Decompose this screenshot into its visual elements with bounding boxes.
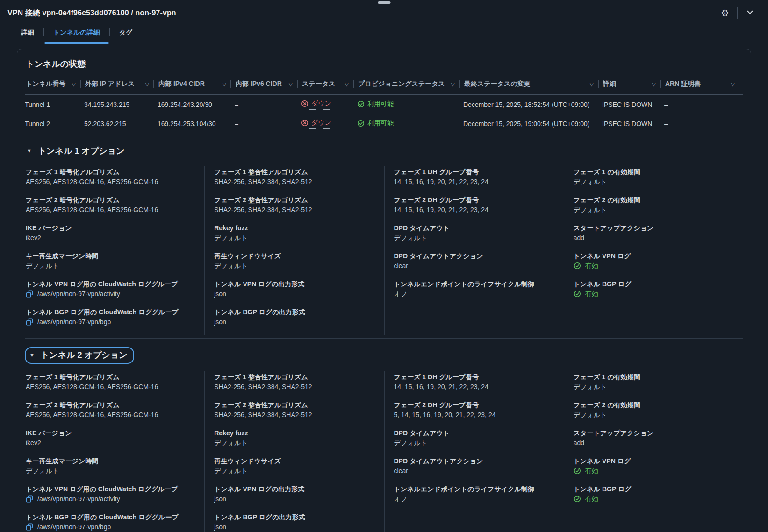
column-filter-icon[interactable]: ▽ xyxy=(731,82,735,87)
field-label: Rekey fuzz xyxy=(214,428,377,438)
field-label: フェーズ 2 の有効期間 xyxy=(574,195,737,205)
column-filter-icon[interactable]: ▽ xyxy=(289,82,293,87)
field-value-text: json xyxy=(214,494,226,504)
key-value-pair: Rekey fuzzデフォルト xyxy=(214,223,377,242)
tab-tunnel-details[interactable]: トンネルの詳細 xyxy=(44,24,109,44)
options-column: フェーズ 1 DH グループ番号14, 15, 16, 19, 20, 21, … xyxy=(384,166,564,335)
column-filter-icon[interactable]: ▽ xyxy=(590,82,594,87)
status-down-badge[interactable]: ダウン xyxy=(301,99,331,110)
field-label: フェーズ 1 DH グループ番号 xyxy=(394,372,557,382)
key-value-pair: フェーズ 1 整合性アルゴリズムSHA2-256, SHA2-384, SHA2… xyxy=(214,167,377,186)
column-header-7: 詳細▽ xyxy=(602,77,664,93)
column-header-label: 最終ステータスの変更 xyxy=(464,80,531,88)
options-column: フェーズ 1 DH グループ番号14, 15, 16, 19, 20, 21, … xyxy=(384,371,564,532)
header-actions: ⚙ xyxy=(719,7,756,19)
tab-details[interactable]: 詳細 xyxy=(12,24,43,44)
column-filter-icon[interactable]: ▽ xyxy=(451,82,455,87)
section-title: トンネル 2 オプション xyxy=(41,349,128,361)
key-value-pair: フェーズ 1 の有効期間デフォルト xyxy=(574,372,737,391)
drag-handle[interactable] xyxy=(378,1,390,4)
column-filter-icon[interactable]: ▽ xyxy=(145,82,149,87)
key-value-pair: DPD タイムアウトアクションclear xyxy=(394,251,557,270)
column-filter-icon[interactable]: ▽ xyxy=(345,82,349,87)
field-label: スタートアップアクション xyxy=(574,223,737,233)
field-label: トンネル BGP ログ用の CloudWatch ロググループ xyxy=(26,307,198,317)
field-label: キー再生成マージン時間 xyxy=(26,251,198,261)
column-header-label: プロビジョニングステータス xyxy=(358,80,445,88)
field-value: clear xyxy=(394,466,557,475)
status-label: ダウン xyxy=(311,99,331,108)
header-divider xyxy=(737,7,738,19)
table-cell: – xyxy=(235,101,301,108)
table-cell: 169.254.243.20/30 xyxy=(158,101,235,108)
field-value: AES256, AES128-GCM-16, AES256-GCM-16 xyxy=(26,177,198,186)
key-value-pair: スタートアップアクションadd xyxy=(574,428,737,447)
copy-button[interactable] xyxy=(26,495,33,503)
copy-button[interactable] xyxy=(26,290,33,298)
table-cell: Tunnel 1 xyxy=(25,101,84,108)
key-value-pair: フェーズ 2 DH グループ番号14, 15, 16, 19, 20, 21, … xyxy=(394,195,557,214)
field-value-text: clear xyxy=(394,466,408,475)
field-label: フェーズ 2 DH グループ番号 xyxy=(394,400,557,410)
field-value-text: ikev2 xyxy=(26,438,41,447)
collapse-panel-button[interactable] xyxy=(744,7,756,19)
status-down-badge[interactable]: ダウン xyxy=(301,119,331,129)
field-label: スタートアップアクション xyxy=(574,428,737,438)
field-value: 14, 15, 16, 19, 20, 21, 22, 23, 24 xyxy=(394,177,557,186)
field-label: DPD タイムアウト xyxy=(394,223,557,233)
column-header-label: ステータス xyxy=(302,80,335,88)
tunnel-2-options-expander[interactable]: ▼トンネル 2 オプション xyxy=(25,347,134,364)
field-label: フェーズ 2 の有効期間 xyxy=(574,400,737,410)
field-value-text: json xyxy=(214,522,226,532)
field-value-text: 14, 15, 16, 19, 20, 21, 22, 23, 24 xyxy=(394,382,488,391)
table-cell: IPSEC IS DOWN xyxy=(602,101,664,108)
success-icon xyxy=(574,467,581,475)
panel-title: トンネルの状態 xyxy=(26,58,743,70)
field-value-text: /aws/vpn/non-97-vpn/bgp xyxy=(37,522,111,532)
column-filter-icon[interactable]: ▽ xyxy=(652,82,656,87)
field-value-text: json xyxy=(214,289,226,298)
key-value-pair: フェーズ 1 暗号化アルゴリズムAES256, AES128-GCM-16, A… xyxy=(26,167,198,186)
tunnel-table-header: トンネル番号▽外部 IP アドレス▽内部 IPv4 CIDR▽内部 IPv6 C… xyxy=(25,77,743,95)
caret-down-icon: ▼ xyxy=(29,353,35,358)
tab-list: 詳細トンネルの詳細タグ xyxy=(0,24,768,44)
field-label: トンネルエンドポイントのライフサイクル制御 xyxy=(394,279,557,289)
field-value-text: デフォルト xyxy=(214,233,248,242)
key-value-pair: トンネルエンドポイントのライフサイクル制御オフ xyxy=(394,484,557,504)
field-value-text: デフォルト xyxy=(214,438,248,447)
settings-button[interactable]: ⚙ xyxy=(719,7,731,19)
copy-button[interactable] xyxy=(26,523,33,531)
tunnel-1-options-expander[interactable]: ▼トンネル 1 オプション xyxy=(26,144,128,159)
key-value-pair: フェーズ 1 整合性アルゴリズムSHA2-256, SHA2-384, SHA2… xyxy=(214,372,377,391)
field-value: デフォルト xyxy=(574,205,737,214)
field-value-text: 有効 xyxy=(585,289,598,298)
column-filter-icon[interactable]: ▽ xyxy=(223,82,226,87)
field-label: Rekey fuzz xyxy=(214,223,377,233)
field-value: AES256, AES128-GCM-16, AES256-GCM-16 xyxy=(26,205,198,214)
vpn-connection-window: VPN 接続 vpn-0e4f96c53dd076100 / non-97-vp… xyxy=(0,0,768,532)
field-value-text: ikev2 xyxy=(26,233,41,242)
options-column: フェーズ 1 整合性アルゴリズムSHA2-256, SHA2-384, SHA2… xyxy=(204,371,384,532)
key-value-pair: DPD タイムアウトデフォルト xyxy=(394,223,557,242)
section-title: トンネル 1 オプション xyxy=(38,145,125,156)
status-label: ダウン xyxy=(311,119,331,127)
column-header-6: 最終ステータスの変更▽ xyxy=(463,77,602,93)
tab-tags[interactable]: タグ xyxy=(110,24,142,44)
column-filter-icon[interactable]: ▽ xyxy=(72,82,76,87)
field-value: ikev2 xyxy=(26,438,198,447)
field-value-text: SHA2-256, SHA2-384, SHA2-512 xyxy=(214,177,312,186)
key-value-pair: トンネル VPN ログの出力形式json xyxy=(214,279,377,298)
field-value-text: clear xyxy=(394,261,408,270)
field-value: SHA2-256, SHA2-384, SHA2-512 xyxy=(214,177,377,186)
field-value-text: add xyxy=(574,438,584,447)
copy-button[interactable] xyxy=(26,318,33,326)
field-value-text: 14, 15, 16, 19, 20, 21, 22, 23, 24 xyxy=(394,205,488,214)
table-cell: December 15, 2025, 19:00:54 (UTC+09:00) xyxy=(463,120,602,128)
status-available-badge: 利用可能 xyxy=(357,100,394,108)
field-label: フェーズ 1 の有効期間 xyxy=(574,372,737,382)
field-label: トンネル VPN ログ xyxy=(574,251,737,261)
field-value: 有効 xyxy=(574,466,737,475)
chevron-down-icon xyxy=(746,8,754,18)
field-value: SHA2-256, SHA2-384, SHA2-512 xyxy=(214,410,377,419)
field-label: 再生ウィンドウサイズ xyxy=(214,456,377,466)
